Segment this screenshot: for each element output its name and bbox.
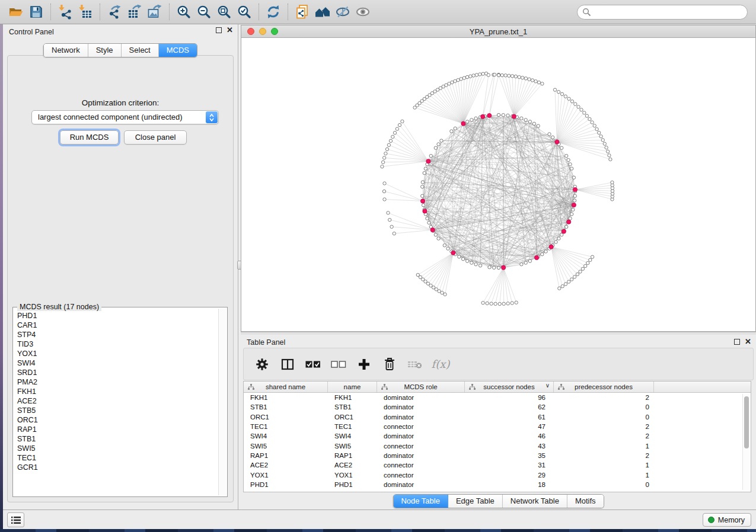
close-panel-icon[interactable]: ✕ [745, 339, 751, 345]
tab-mcds[interactable]: MCDS [159, 44, 197, 57]
float-panel-icon[interactable] [734, 339, 740, 345]
mcds-tab-pane: Optimization criterion: largest connecte… [7, 55, 234, 502]
show-columns-button[interactable] [280, 357, 295, 372]
table-row[interactable]: SWI4SWI4dominator462 [244, 431, 751, 441]
toolbar-separator [50, 4, 51, 20]
tab-node-table[interactable]: Node Table [393, 495, 448, 508]
eye-icon [355, 4, 371, 20]
table-row[interactable]: STB1STB1dominator620 [244, 402, 751, 412]
export-network-button[interactable] [104, 2, 125, 21]
plus-icon [358, 358, 371, 371]
cell-shared-name: SWI5 [244, 443, 328, 450]
search-field [577, 5, 748, 20]
zoom-fit-button[interactable] [214, 2, 234, 21]
column-header-name[interactable]: name [328, 382, 377, 392]
result-node-item: PMA2 [14, 377, 218, 387]
function-builder-button[interactable]: f(x) [433, 357, 448, 372]
memory-button[interactable]: Memory [703, 513, 751, 527]
result-node-item: YOX1 [14, 349, 218, 358]
open-file-button[interactable] [6, 2, 26, 21]
table-row[interactable]: RAP1RAP1dominator352 [244, 451, 751, 460]
search-input[interactable] [577, 5, 748, 20]
export-table-button[interactable] [125, 2, 145, 21]
delete-columns-button[interactable] [382, 357, 397, 372]
save-session-button[interactable] [26, 2, 46, 21]
import-network-icon [58, 4, 73, 20]
result-node-item: FKH1 [14, 387, 218, 396]
cell-successor-nodes: 31 [465, 462, 554, 469]
table-options-button[interactable] [254, 357, 270, 372]
result-node-item: PHD1 [14, 311, 218, 321]
table-row[interactable]: ACE2ACE2connector311 [244, 460, 751, 470]
table-scrollbar[interactable] [742, 394, 749, 490]
cell-predecessor-nodes: 0 [554, 481, 654, 488]
column-header-mcds-role[interactable]: MCDS role [377, 382, 465, 392]
delete-table-button[interactable] [407, 357, 423, 372]
cell-name: ACE2 [328, 462, 377, 469]
table-row[interactable]: SWI5SWI5connector431 [244, 441, 751, 450]
table-tree-icon [248, 384, 254, 392]
network-titlebar: YPA_prune.txt_1 [241, 25, 755, 38]
tab-select[interactable]: Select [122, 44, 159, 57]
table-row[interactable]: FKH1FKH1dominator962 [244, 393, 751, 402]
tab-network[interactable]: Network [44, 44, 88, 57]
mcds-result-scrollbar[interactable] [218, 309, 226, 495]
table-row[interactable]: ORC1ORC1dominator610 [244, 412, 751, 422]
network-view-window: YPA_prune.txt_1 [241, 25, 756, 332]
refresh-view-button[interactable] [263, 2, 283, 21]
export-table-icon [127, 4, 142, 20]
zoom-fit-icon [216, 4, 232, 20]
save-icon [28, 4, 44, 20]
add-column-button[interactable] [356, 357, 372, 372]
table-row[interactable]: YOX1YOX1connector291 [244, 470, 751, 479]
close-panel-icon[interactable]: ✕ [227, 27, 233, 33]
home-button[interactable] [312, 2, 333, 21]
column-header-predecessor-nodes[interactable]: predecessor nodes [554, 382, 654, 392]
zoom-out-button[interactable] [194, 2, 214, 21]
list-icon [11, 516, 21, 524]
zoom-in-button[interactable] [174, 2, 194, 21]
trash-icon [383, 357, 396, 371]
cell-predecessor-nodes: 0 [554, 414, 654, 421]
task-history-button[interactable] [7, 512, 24, 527]
result-node-item: GCR1 [14, 463, 218, 472]
tab-network-table[interactable]: Network Table [503, 495, 567, 508]
export-image-button[interactable] [145, 2, 165, 21]
control-panel-tabs: NetworkStyleSelectMCDS [43, 43, 197, 57]
optimization-criterion-dropdown[interactable]: largest connected component (undirected) [31, 110, 219, 124]
zoom-out-icon [196, 4, 212, 20]
table-scrollbar-thumb[interactable] [744, 396, 749, 448]
toolbar-separator [259, 4, 259, 20]
cell-name: SWI5 [328, 443, 377, 450]
cell-shared-name: ACE2 [244, 462, 328, 469]
result-node-item: CAR1 [14, 321, 218, 330]
network-file-button[interactable] [292, 2, 312, 21]
float-panel-icon[interactable] [216, 27, 222, 33]
control-panel-title: Control Panel [9, 28, 54, 36]
select-all-checkboxes-button[interactable] [305, 357, 321, 372]
import-table-button[interactable] [75, 2, 95, 21]
import-network-button[interactable] [55, 2, 75, 21]
network-file-icon [295, 4, 310, 20]
cell-predecessor-nodes: 2 [554, 394, 654, 401]
cell-predecessor-nodes: 1 [554, 472, 654, 479]
run-mcds-button[interactable]: Run MCDS [60, 130, 119, 145]
deselect-all-checkboxes-button[interactable] [331, 357, 346, 372]
table-row[interactable]: TEC1TEC1connector472 [244, 422, 751, 431]
result-node-item: ORC1 [14, 415, 218, 425]
unchecked-boxes-icon [331, 360, 346, 368]
show-graphics-details-button[interactable] [353, 2, 373, 21]
column-header-successor-nodes[interactable]: successor nodes∨ [465, 382, 554, 392]
tab-motifs[interactable]: Motifs [567, 495, 604, 508]
network-canvas[interactable] [241, 38, 755, 331]
tab-style[interactable]: Style [88, 44, 122, 57]
table-row[interactable]: PHD1PHD1dominator180 [244, 480, 751, 489]
column-header-shared-name[interactable]: shared name [244, 382, 328, 392]
hide-graphics-details-button[interactable] [333, 2, 353, 21]
tab-edge-table[interactable]: Edge Table [448, 495, 503, 508]
zoom-selected-button[interactable] [234, 2, 254, 21]
close-panel-button[interactable]: Close panel [124, 130, 187, 145]
mcds-result-list: PHD1CAR1STP4TID3YOX1SWI4SRD1PMA2FKH1ACE2… [14, 311, 218, 495]
toolbar-separator [100, 4, 100, 20]
table-header-row: shared namenameMCDS rolesuccessor nodes∨… [244, 382, 751, 393]
